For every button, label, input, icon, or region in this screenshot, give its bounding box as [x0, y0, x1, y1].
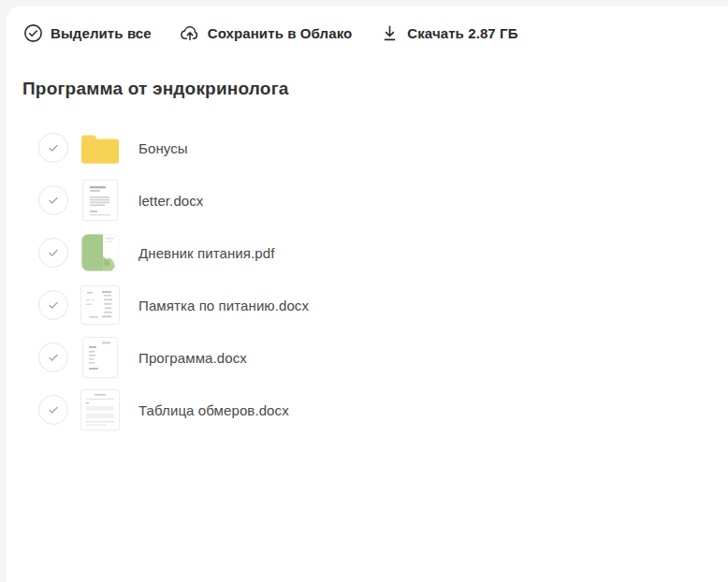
select-all-button[interactable]: Выделить все	[23, 23, 152, 43]
check-icon	[47, 403, 60, 416]
file-row-dnevnik[interactable]: Дневник питания.pdf	[7, 226, 728, 279]
check-circle-icon	[23, 23, 43, 43]
select-all-label: Выделить все	[51, 25, 152, 41]
file-name[interactable]: Бонусы	[138, 140, 188, 156]
check-icon	[47, 194, 60, 207]
pdf-thumbnail	[81, 232, 119, 273]
download-icon	[380, 23, 400, 43]
file-row-tablica[interactable]: Таблица обмеров.docx	[7, 384, 728, 436]
folder-icon	[81, 127, 119, 168]
content-panel: Выделить все Сохранить в Облако Скачать …	[7, 7, 728, 582]
row-checkbox[interactable]	[38, 290, 68, 320]
file-list: Бонусы	[7, 122, 728, 436]
download-label: Скачать 2.87 ГБ	[407, 25, 517, 41]
check-icon	[47, 246, 60, 259]
row-checkbox[interactable]	[38, 342, 68, 372]
row-checkbox[interactable]	[38, 185, 68, 215]
file-name[interactable]: Таблица обмеров.docx	[138, 402, 289, 418]
row-checkbox[interactable]	[38, 133, 68, 163]
docx-thumbnail	[81, 337, 119, 378]
download-button[interactable]: Скачать 2.87 ГБ	[380, 23, 517, 43]
file-name[interactable]: Памятка по питанию.docx	[138, 298, 309, 313]
cloud-upload-icon	[180, 23, 200, 43]
file-name[interactable]: Дневник питания.pdf	[138, 245, 274, 261]
file-row-pamyatka[interactable]: Памятка по питанию.docx	[7, 279, 728, 331]
check-icon	[47, 351, 60, 364]
docx-thumbnail	[81, 284, 119, 326]
save-to-cloud-label: Сохранить в Облако	[208, 25, 353, 41]
docx-thumbnail	[81, 389, 119, 430]
file-name[interactable]: letter.docx	[138, 193, 203, 209]
page-title: Программа от эндокринолога	[22, 79, 728, 99]
check-icon	[47, 141, 60, 154]
file-row-letter[interactable]: letter.docx	[7, 174, 728, 226]
file-row-programma[interactable]: Программа.docx	[7, 331, 728, 384]
check-icon	[47, 298, 60, 312]
row-checkbox[interactable]	[38, 395, 68, 425]
docx-thumbnail	[81, 180, 119, 221]
toolbar: Выделить все Сохранить в Облако Скачать …	[7, 7, 728, 48]
file-row-bonusy[interactable]: Бонусы	[7, 122, 728, 174]
save-to-cloud-button[interactable]: Сохранить в Облако	[180, 23, 353, 43]
row-checkbox[interactable]	[38, 238, 68, 268]
file-name[interactable]: Программа.docx	[138, 350, 247, 366]
